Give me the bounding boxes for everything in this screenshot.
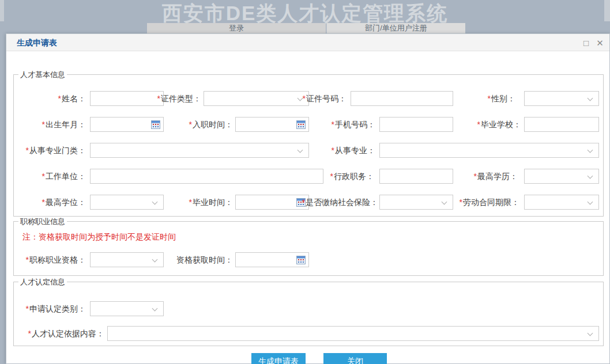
chevron-down-icon [588,147,593,153]
chevron-down-icon [588,199,593,205]
apply-category-select[interactable] [90,301,164,316]
label-text: 最高学位： [46,198,86,207]
hire-date-label: *入职时间： [165,117,233,132]
basis-content-label: *人才认定依据内容： [18,326,104,341]
major-category-select[interactable] [90,143,309,158]
maximize-icon[interactable]: □ [581,38,591,48]
hire-date-input[interactable] [235,117,309,132]
required-marker: * [42,198,45,207]
school-label: *毕业学校： [452,117,521,132]
generate-application-dialog: 生成申请表 □ ✕ 人才基本信息 *姓名： *证件类型： *证件号码： *性别：… [6,33,610,364]
required-marker: * [42,172,45,181]
apply-category-label: *申请认定类别： [18,301,86,316]
name-label: *姓名： [18,91,86,106]
chevron-down-icon [588,331,593,336]
required-marker: * [42,120,45,129]
section-basic-legend: 人才基本信息 [18,70,67,79]
chevron-down-icon [152,306,158,312]
cert-no-input[interactable] [351,91,453,106]
social-insurance-label: *是否缴纳社会保险： [292,195,378,210]
highest-degree-select[interactable] [90,195,164,210]
label-text: 手机号码： [335,120,375,129]
window-controls: □ ✕ [581,34,605,51]
birth-label: *出生年月： [18,117,86,132]
close-button[interactable]: 关闭 [323,353,387,364]
required-marker: * [332,120,334,129]
required-marker: * [477,120,480,129]
mobile-input[interactable] [379,117,453,132]
birth-date-input[interactable] [90,117,164,132]
label-text: 是否缴纳社会保险： [306,198,378,207]
label-text: 劳动合同期限： [463,198,519,207]
chevron-down-icon [152,199,158,205]
tab-register[interactable]: 部门/单位用户注册 [326,23,465,33]
chevron-down-icon [152,257,158,263]
required-marker: * [157,94,160,103]
qualification-date-input[interactable] [235,252,309,267]
required-marker: * [189,198,192,207]
label-text: 行政职务： [334,172,374,181]
major-category-label: *从事专业门类： [12,143,86,158]
mobile-label: *手机号码： [306,117,375,132]
major-label: *从事专业： [306,143,375,158]
label-text: 从事专业： [335,146,375,155]
gender-select[interactable] [524,91,599,106]
contract-term-select[interactable] [524,195,599,210]
highest-degree-label: *最高学位： [18,195,86,210]
required-marker: * [460,198,462,207]
generate-button[interactable]: 生成申请表 [251,353,306,364]
required-marker: * [302,198,305,207]
required-marker: * [330,172,333,181]
major-select[interactable] [379,143,599,158]
label-text: 人才认定依据内容： [32,329,104,338]
qualification-date-label: 资格获取时间： [165,252,233,267]
tab-login[interactable]: 登录 [147,23,326,33]
label-text: 姓名： [62,94,86,103]
gender-label: *性别： [446,91,515,106]
section-title-legend: 职称职业信息 [18,217,67,226]
school-input[interactable] [524,117,599,132]
employer-input[interactable] [90,169,323,184]
chevron-down-icon [588,173,593,179]
required-marker: * [26,255,29,264]
label-text: 证件类型： [161,94,201,103]
cert-type-label: *证件类型： [138,91,201,106]
social-insurance-select[interactable] [379,195,453,210]
required-marker: * [474,172,477,181]
dialog-header: 生成申请表 □ ✕ [6,34,609,51]
qualification-note: 注：资格获取时间为授予时间不是发证时间 [22,232,176,242]
required-marker: * [26,146,29,155]
qualification-select[interactable] [90,252,164,267]
required-marker: * [26,304,29,313]
admin-post-label: *行政职务： [305,169,374,184]
section-recognition-legend: 人才认定信息 [18,277,67,287]
dialog-body: 人才基本信息 *姓名： *证件类型： *证件号码： *性别： *出生年月： *入… [6,51,609,364]
label-text: 毕业时间： [193,198,233,207]
calendar-icon[interactable] [296,256,306,264]
page-background: 西安市DE类人才认定管理系统 登录 部门/单位用户注册 生成申请表 □ ✕ 人才… [0,0,610,364]
label-text: 入职时间： [193,120,233,129]
required-marker: * [488,94,491,103]
required-marker: * [58,94,61,103]
qualification-label: *职称职业资格： [18,252,86,267]
label-text: 职称职业资格： [29,255,86,264]
calendar-icon[interactable] [151,120,160,129]
close-icon[interactable]: ✕ [595,38,605,48]
chevron-down-icon [442,199,447,205]
basis-content-select[interactable] [107,326,599,341]
required-marker: * [332,146,334,155]
label-text: 申请认定类别： [29,304,86,313]
grad-date-label: *毕业时间： [165,195,233,210]
admin-post-input[interactable] [379,169,453,184]
label-text: 性别： [491,94,515,103]
highest-edu-label: *最高学历： [449,169,518,184]
calendar-icon[interactable] [296,120,306,129]
contract-term-label: *劳动合同期限： [450,195,519,210]
label-text: 资格获取时间： [176,255,233,264]
label-text: 证件号码： [306,94,347,103]
employer-label: *工作单位： [18,169,86,184]
highest-edu-select[interactable] [524,169,599,184]
section-title-info: 职称职业信息 [13,221,604,276]
chevron-down-icon [588,96,593,101]
label-text: 出生年月： [46,120,86,129]
